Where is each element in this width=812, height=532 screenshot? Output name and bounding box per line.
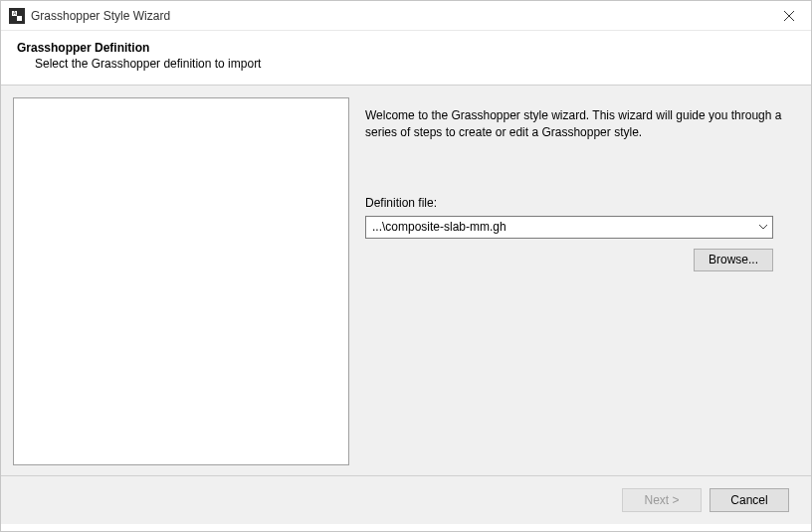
wizard-body: Welcome to the Grasshopper style wizard.… — [1, 85, 811, 475]
page-title: Grasshopper Definition — [17, 41, 795, 55]
app-icon: A — [9, 8, 25, 24]
wizard-footer: Next > Cancel — [1, 475, 811, 524]
definition-file-label: Definition file: — [365, 196, 787, 210]
cancel-button[interactable]: Cancel — [710, 488, 789, 512]
browse-button[interactable]: Browse... — [694, 249, 773, 271]
window-title: Grasshopper Style Wizard — [31, 9, 766, 23]
definition-file-combo[interactable]: ...\composite-slab-mm.gh — [365, 216, 773, 239]
wizard-header: Grasshopper Definition Select the Grassh… — [1, 31, 811, 85]
page-subtitle: Select the Grasshopper definition to imp… — [17, 57, 795, 71]
next-button[interactable]: Next > — [622, 488, 702, 512]
definition-file-value: ...\composite-slab-mm.gh — [372, 220, 754, 234]
content-pane: Welcome to the Grasshopper style wizard.… — [361, 97, 799, 475]
chevron-down-icon — [754, 217, 772, 238]
titlebar: A Grasshopper Style Wizard — [1, 1, 811, 31]
preview-pane — [13, 97, 349, 465]
close-button[interactable] — [766, 1, 811, 31]
welcome-text: Welcome to the Grasshopper style wizard.… — [365, 107, 783, 142]
